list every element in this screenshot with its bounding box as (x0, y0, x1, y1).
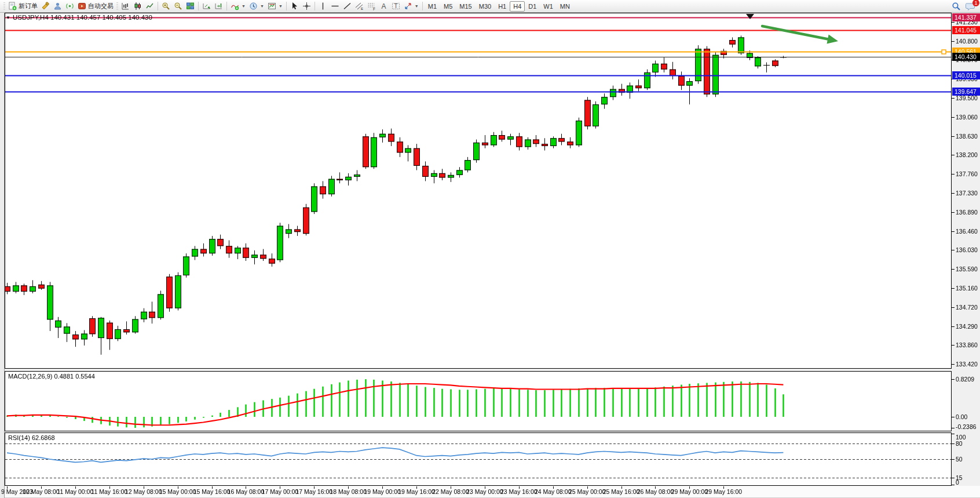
chart-shift-marker[interactable] (746, 14, 754, 19)
fibonacci-button[interactable]: F (365, 1, 378, 12)
chevron-down-icon: ▼ (279, 4, 283, 8)
text-button[interactable]: A (378, 1, 390, 12)
svg-text:T: T (394, 3, 397, 9)
zoom-in-button[interactable] (160, 1, 172, 12)
text-icon: A (379, 2, 388, 10)
price-level-tag: 139.647 (952, 88, 980, 96)
templates-button[interactable]: ▼ (266, 1, 284, 12)
price-axis-tick: 140.800 (956, 38, 978, 45)
rsi-label: RSI(14) 62.6868 (8, 434, 55, 441)
macd-axis-tick: 0.00 (956, 413, 967, 420)
horizontal-line-button[interactable] (329, 1, 341, 12)
rsi-axis-tick: 0 (956, 479, 959, 486)
autotrade-button[interactable]: 自动交易 (76, 1, 115, 12)
community-icon (53, 2, 62, 10)
time-axis-label: 12 May 08:00 (125, 488, 162, 495)
timeframe-m30[interactable]: M30 (476, 1, 495, 12)
price-axis-tick: 133.420 (956, 361, 978, 368)
timeframe-d1[interactable]: D1 (525, 1, 540, 12)
autotrade-label: 自动交易 (88, 2, 114, 10)
arrows-tool-button[interactable]: ▼ (402, 1, 420, 12)
metaeditor-icon (41, 2, 50, 10)
cursor-icon (290, 2, 299, 10)
chart-shift-button[interactable] (213, 1, 225, 12)
tile-windows-button[interactable] (184, 1, 196, 12)
signals-icon (65, 2, 74, 10)
search-icon[interactable] (952, 2, 961, 11)
equidistant-channel-button[interactable]: E (353, 1, 365, 12)
indicators-button[interactable]: ▼ (229, 1, 247, 12)
fibonacci-icon: F (367, 2, 376, 10)
zoom-out-button[interactable] (172, 1, 184, 12)
time-axis-label: 15 May 16:00 (193, 488, 231, 495)
chart-shift-icon (214, 2, 223, 10)
line-chart-button[interactable] (144, 1, 156, 12)
bar-chart-icon (121, 2, 130, 10)
time-axis-label: 29 May 00:00 (671, 488, 708, 495)
price-axis-tick: 134.720 (956, 304, 978, 311)
timeframe-h1[interactable]: H1 (495, 1, 510, 12)
auto-scroll-icon (202, 2, 211, 10)
templates-icon (268, 2, 276, 10)
chart-canvas (0, 0, 980, 498)
toolbar-separator (286, 2, 287, 10)
time-axis-label: 19 May 16:00 (398, 488, 435, 495)
timeframe-mn[interactable]: MN (557, 1, 573, 12)
chat-button[interactable]: 1 (966, 2, 975, 11)
candle-chart-icon (133, 2, 142, 10)
timeframe-w1[interactable]: W1 (540, 1, 557, 12)
toolbar: 新订单 自动交易 ▼ ▼ ▼ E F A T ▼ M1M5M15M30H1H4D… (0, 0, 980, 13)
rsi-axis-tick: 80 (956, 440, 963, 447)
macd-axis-tick: 0.8209 (956, 376, 974, 383)
price-level-tag: 140.015 (952, 71, 980, 79)
price-axis-tick: 137.330 (956, 190, 978, 197)
time-axis-label: 19 May 00:00 (364, 488, 401, 495)
time-axis-label: 26 May 08:00 (637, 488, 674, 495)
vertical-line-button[interactable] (317, 1, 329, 12)
timeframe-m1[interactable]: M1 (425, 1, 440, 12)
time-axis-label: 23 May 00:00 (466, 488, 503, 495)
arrows-tool-icon (404, 2, 412, 10)
chevron-down-icon: ▼ (242, 4, 246, 8)
crosshair-button[interactable] (301, 1, 313, 12)
timeframe-m15[interactable]: M15 (456, 1, 475, 12)
periods-clock-icon (249, 2, 258, 10)
new-order-button[interactable]: 新订单 (6, 1, 39, 12)
auto-scroll-button[interactable] (200, 1, 213, 12)
trendline-button[interactable] (341, 1, 353, 12)
price-axis-tick: 136.030 (956, 246, 978, 253)
timeframe-h4[interactable]: H4 (510, 1, 525, 12)
svg-text:A: A (381, 2, 386, 10)
periods-button[interactable]: ▼ (247, 1, 266, 12)
time-axis-label: 24 May 08:00 (535, 488, 572, 495)
time-axis-label: 18 May 08:00 (330, 488, 367, 495)
tile-windows-icon (186, 2, 195, 10)
time-axis-label: 11 May 00:00 (57, 488, 93, 495)
macd-label: MACD(12,26,9) 0.4881 0.5544 (8, 373, 95, 380)
zoom-out-icon (174, 2, 182, 10)
time-axis-label: 17 May 00:00 (262, 488, 299, 495)
timeframe-m5[interactable]: M5 (440, 1, 456, 12)
price-axis-tick: 136.460 (956, 228, 978, 235)
bar-chart-button[interactable] (119, 1, 131, 12)
chevron-down-icon: ▼ (415, 4, 419, 8)
symbol-dropdown-caret[interactable]: ▼ (6, 15, 10, 20)
signals-button[interactable] (64, 1, 76, 12)
price-axis-tick: 138.630 (956, 133, 978, 140)
price-axis-tick: 135.160 (956, 285, 978, 292)
cursor-button[interactable] (288, 1, 301, 12)
metaeditor-button[interactable] (39, 1, 52, 12)
price-axis-tick: 139.060 (956, 114, 978, 121)
svg-text:F: F (373, 7, 375, 11)
text-label-button[interactable]: T (390, 1, 402, 12)
price-axis-tick: 135.590 (956, 266, 978, 272)
time-axis-label: 29 May 16:00 (705, 488, 742, 495)
time-axis-label: 25 May 00:00 (569, 488, 606, 495)
community-button[interactable] (52, 1, 64, 12)
toolbar-separator (158, 2, 158, 10)
candle-chart-button[interactable] (131, 1, 144, 12)
chevron-down-icon: ▼ (260, 4, 264, 8)
equidistant-channel-icon: E (355, 2, 364, 10)
new-order-icon (8, 2, 17, 10)
price-axis-tick: 134.290 (956, 323, 978, 330)
